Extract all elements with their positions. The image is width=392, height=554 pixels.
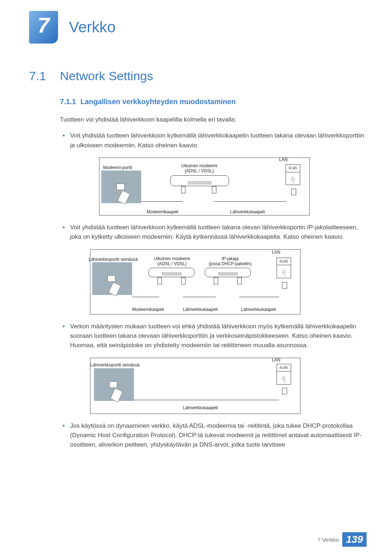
lan-plug-icon bbox=[282, 388, 287, 394]
lan-cable-2-label: Lähiverkkokaapeli bbox=[241, 307, 276, 312]
list-item: Jos käytössä on dynaaminen verkko, käytä… bbox=[60, 421, 367, 450]
page-number: 139 bbox=[342, 532, 367, 547]
diagram-2: Lähiverkkoportti seinässä Ulkoinen modee… bbox=[90, 249, 301, 315]
wall-plate-icon bbox=[94, 368, 134, 401]
subsection-number: 7.1.1 bbox=[60, 98, 76, 106]
wall-plate-icon bbox=[92, 262, 132, 295]
bullet-text: Voit yhdistää tuotteen lähiverkkoon kytk… bbox=[70, 224, 358, 240]
list-item: Voit yhdistää tuotteen lähiverkkoon kytk… bbox=[60, 131, 367, 216]
arrow-up-icon: ↑ bbox=[283, 378, 286, 385]
connector-icon bbox=[212, 186, 216, 193]
bullet-text: Voit yhdistää tuotteen lähiverkkoon kytk… bbox=[70, 132, 364, 148]
connector-icon bbox=[214, 277, 218, 284]
router-icon bbox=[205, 268, 251, 277]
section-title: Network Settings bbox=[60, 69, 153, 83]
router-label-2: (jossa DHCP-palvelin) bbox=[209, 261, 252, 266]
connector-icon bbox=[237, 277, 242, 284]
section-number: 7.1 bbox=[29, 69, 60, 83]
lan-plug-icon bbox=[282, 282, 287, 289]
modem-label-2: (ADSL / VDSL) bbox=[185, 168, 214, 173]
chapter-number: 7 bbox=[29, 11, 58, 40]
lan-cable-label: Lähiverkkokaapeli bbox=[183, 405, 218, 410]
footer-label: 7 Verkko bbox=[318, 537, 339, 543]
page-footer: 7 Verkko 139 bbox=[318, 532, 367, 547]
modem-label-2: (ADSL / VDSL) bbox=[158, 261, 187, 266]
modem-label-1: Ulkoinen modeemi bbox=[181, 163, 217, 168]
bullet-text: Jos käytössä on dynaaminen verkko, käytä… bbox=[70, 422, 362, 448]
chapter-title: Verkko bbox=[69, 19, 115, 36]
lan-plug-icon bbox=[291, 189, 296, 195]
wall-label: Lähiverkkoportti seinässä bbox=[89, 257, 143, 262]
list-item: Verkon määritysten mukaan tuotteen voi e… bbox=[60, 322, 367, 414]
diagram-1: Modeemi-portti seinässä Ulkoinen modeemi… bbox=[99, 157, 310, 216]
modem-icon bbox=[170, 175, 229, 186]
lan-label: LAN bbox=[279, 157, 287, 162]
modem-label-1: Ulkoinen modeemi bbox=[154, 256, 190, 261]
intro-text: Tuotteen voi yhdistää lähiverkkoon kaape… bbox=[60, 115, 367, 124]
chapter-badge: 7 bbox=[29, 11, 58, 44]
modem-cable-label: Modeemikaapeli bbox=[132, 307, 164, 312]
modem-icon bbox=[148, 268, 195, 277]
subsection-title: Langallisen verkkoyhteyden muodostaminen bbox=[80, 98, 236, 106]
lan-label: LAN bbox=[272, 250, 280, 255]
rj45-label: RJ45 bbox=[277, 258, 291, 266]
rj45-label: RJ45 bbox=[277, 364, 291, 372]
wall-plate-icon bbox=[101, 171, 141, 203]
modem-cable-label: Modeemikaapeli bbox=[147, 209, 178, 214]
list-item: Voit yhdistää tuotteen lähiverkkoon kytk… bbox=[60, 223, 367, 315]
rj45-label: RJ45 bbox=[286, 165, 300, 172]
subsection-header: 7.1.1 Langallisen verkkoyhteyden muodost… bbox=[60, 98, 367, 106]
wall-label: Lähiverkkoportti seinässä bbox=[90, 362, 145, 368]
lan-label: LAN bbox=[272, 357, 280, 362]
chapter-header: 7 Verkko bbox=[29, 11, 367, 44]
diagram-3: Lähiverkkoportti seinässä LAN RJ45 ⌂ ↑ L… bbox=[90, 358, 301, 414]
arrow-up-icon: ↑ bbox=[283, 272, 286, 279]
connector-icon bbox=[158, 277, 162, 284]
arrow-up-icon: ↑ bbox=[293, 179, 295, 186]
bullet-text: Verkon määritysten mukaan tuotteen voi e… bbox=[70, 323, 356, 349]
section-header: 7.1 Network Settings bbox=[29, 69, 367, 83]
connector-icon bbox=[181, 186, 185, 193]
router-label-1: IP-jakaja bbox=[222, 256, 239, 261]
lan-cable-label: Lähiverkkokaapeli bbox=[230, 209, 265, 214]
connector-icon bbox=[181, 277, 185, 284]
lan-cable-1-label: Lähiverkkokaapeli bbox=[183, 307, 218, 312]
